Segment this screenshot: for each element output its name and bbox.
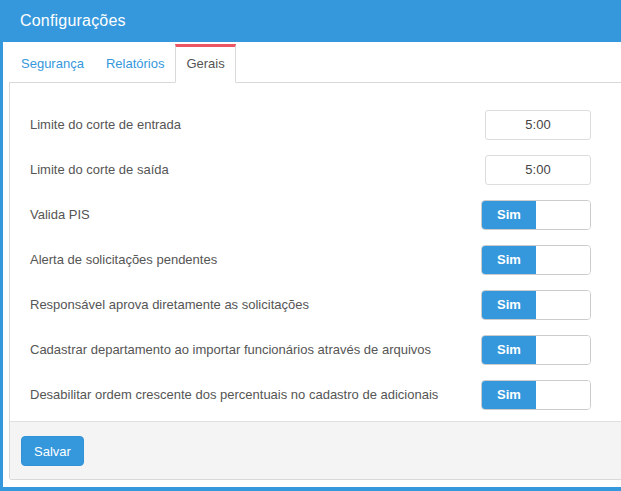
toggle-on-label[interactable]: Sim: [482, 201, 536, 229]
tab-content-panel: Limite do corte de entrada Limite do cor…: [9, 83, 621, 480]
page-title: Configurações: [20, 12, 126, 30]
desabilitar-ordem-toggle[interactable]: Sim: [481, 380, 591, 410]
toggle-handle[interactable]: [536, 381, 590, 409]
tab-bar: Segurança Relatórios Gerais: [9, 42, 621, 83]
setting-row-limite-saida: Limite do corte de saída: [21, 147, 591, 192]
setting-row-limite-entrada: Limite do corte de entrada: [21, 102, 591, 147]
valida-pis-toggle[interactable]: Sim: [481, 200, 591, 230]
setting-label: Responsável aprova diretamente as solici…: [21, 297, 309, 312]
toggle-on-label[interactable]: Sim: [482, 381, 536, 409]
toggle-handle[interactable]: [536, 201, 590, 229]
toggle-handle[interactable]: [536, 336, 590, 364]
settings-panel: Segurança Relatórios Gerais Limite do co…: [3, 42, 621, 487]
alerta-solicitacoes-toggle[interactable]: Sim: [481, 245, 591, 275]
cadastrar-departamento-toggle[interactable]: Sim: [481, 335, 591, 365]
panel-titlebar: Configurações: [0, 0, 621, 42]
save-button[interactable]: Salvar: [21, 436, 84, 466]
limite-entrada-input[interactable]: [485, 110, 591, 140]
setting-label: Cadastrar departamento ao importar funci…: [21, 342, 431, 357]
setting-label: Desabilitar ordem crescente dos percentu…: [21, 387, 438, 402]
limite-saida-input[interactable]: [485, 155, 591, 185]
setting-row-cadastrar-departamento: Cadastrar departamento ao importar funci…: [21, 327, 591, 372]
setting-row-valida-pis: Valida PIS Sim: [21, 192, 591, 237]
tab-gerais[interactable]: Gerais: [175, 44, 235, 83]
responsavel-aprova-toggle[interactable]: Sim: [481, 290, 591, 320]
setting-label: Limite do corte de entrada: [21, 117, 181, 132]
toggle-handle[interactable]: [536, 291, 590, 319]
setting-row-responsavel-aprova: Responsável aprova diretamente as solici…: [21, 282, 591, 327]
toggle-on-label[interactable]: Sim: [482, 291, 536, 319]
tab-seguranca[interactable]: Segurança: [10, 44, 95, 83]
panel-footer: Salvar: [10, 421, 621, 479]
toggle-handle[interactable]: [536, 246, 590, 274]
setting-label: Limite do corte de saída: [21, 162, 169, 177]
setting-label: Valida PIS: [21, 207, 90, 222]
toggle-on-label[interactable]: Sim: [482, 336, 536, 364]
setting-row-desabilitar-ordem: Desabilitar ordem crescente dos percentu…: [21, 372, 591, 417]
setting-label: Alerta de solicitações pendentes: [21, 252, 217, 267]
toggle-on-label[interactable]: Sim: [482, 246, 536, 274]
tab-relatorios[interactable]: Relatórios: [95, 44, 176, 83]
settings-list: Limite do corte de entrada Limite do cor…: [10, 83, 621, 421]
setting-row-alerta-solicitacoes: Alerta de solicitações pendentes Sim: [21, 237, 591, 282]
